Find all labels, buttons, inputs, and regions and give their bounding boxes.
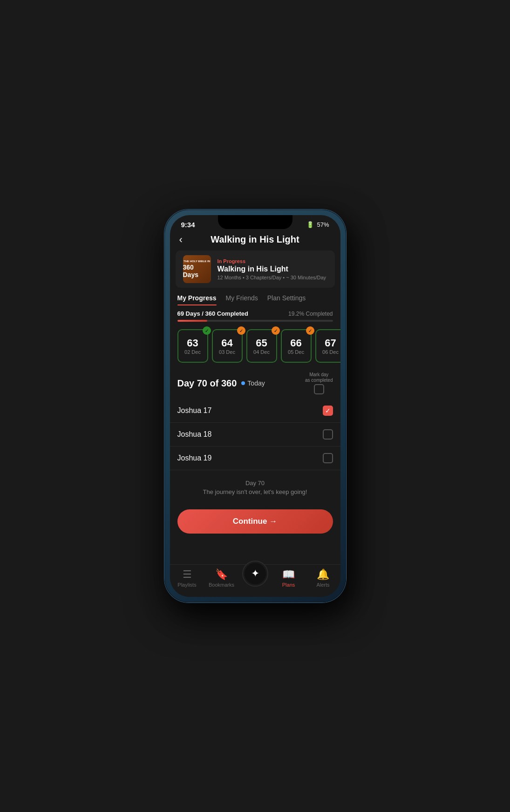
- day-card-67[interactable]: ✓ 67 06 Dec: [315, 329, 340, 363]
- day-badge-63: ✓: [203, 326, 211, 335]
- progress-info: 69 Days / 360 Completed 19.2% Completed: [177, 310, 333, 317]
- thumbnail-days: 360 Days: [183, 264, 211, 278]
- page-header: ‹ Walking in His Light: [170, 230, 340, 250]
- battery-percent: 57%: [317, 221, 329, 228]
- day-card-65[interactable]: ✓ 65 04 Dec: [246, 329, 277, 363]
- reading-item-joshua-19[interactable]: Joshua 19: [170, 447, 340, 470]
- bookmarks-icon: 🔖: [215, 568, 228, 581]
- day-date-66: 05 Dec: [288, 349, 304, 355]
- day-badge-64: ✓: [237, 326, 245, 335]
- today-text: Today: [247, 379, 265, 387]
- today-badge: Today: [241, 379, 300, 387]
- day-number-64: 64: [221, 337, 232, 349]
- reading-text-joshua-17: Joshua 17: [177, 406, 212, 415]
- status-time: 9:34: [181, 221, 195, 229]
- reading-checkbox-joshua-18[interactable]: [323, 429, 333, 440]
- day-cards-scroll[interactable]: ✓ 63 02 Dec ✓ 64 03 Dec ✓ 65 04 Dec ✓ 66: [170, 325, 340, 367]
- encouragement-section: Day 70 The journey isn't over, let's kee…: [170, 470, 340, 505]
- day-info-row: Day 70 of 360 Today Mark dayas completed: [170, 367, 340, 399]
- compass-icon: ✦: [251, 568, 259, 580]
- day-card-66[interactable]: ✓ 66 05 Dec: [281, 329, 312, 363]
- page-title: Walking in His Light: [211, 234, 299, 245]
- nav-center[interactable]: ✦: [242, 561, 268, 587]
- day-date-64: 03 Dec: [219, 349, 235, 355]
- mark-completed-checkbox[interactable]: [314, 384, 324, 394]
- bottom-navigation: ☰ Playlists 🔖 Bookmarks ✦ 📖 Plans 🔔 Aler…: [170, 564, 340, 597]
- nav-center-inner: ✦: [245, 563, 266, 584]
- day-number-67: 67: [325, 337, 336, 349]
- alerts-label: Alerts: [316, 582, 329, 588]
- alerts-icon: 🔔: [317, 568, 329, 581]
- encouragement-message: The journey isn't over, let's keep going…: [177, 488, 333, 495]
- today-dot: [241, 381, 245, 385]
- back-button[interactable]: ‹: [179, 234, 183, 246]
- day-number-65: 65: [256, 337, 267, 349]
- encouragement-day: Day 70: [177, 480, 333, 487]
- nav-bookmarks[interactable]: 🔖 Bookmarks: [208, 568, 236, 588]
- tab-plan-settings[interactable]: Plan Settings: [267, 294, 306, 305]
- reading-checkbox-joshua-19[interactable]: [323, 453, 333, 463]
- tab-bar: My Progress My Friends Plan Settings: [170, 288, 340, 305]
- day-number-66: 66: [290, 337, 301, 349]
- reading-checkbox-joshua-17[interactable]: ✓: [323, 406, 333, 416]
- progress-section: 69 Days / 360 Completed 19.2% Completed: [170, 305, 340, 325]
- progress-days: 69 Days / 360 Completed: [177, 310, 248, 317]
- nav-alerts[interactable]: 🔔 Alerts: [309, 568, 337, 588]
- nav-playlists[interactable]: ☰ Playlists: [173, 568, 201, 588]
- day-date-63: 02 Dec: [184, 349, 201, 355]
- playlists-icon: ☰: [183, 568, 192, 581]
- thumbnail-text: THE HOLY BIBLE IN: [184, 260, 210, 263]
- progress-bar-background: [177, 320, 333, 322]
- progress-percent: 19.2% Completed: [288, 311, 333, 317]
- plan-card: THE HOLY BIBLE IN 360 Days In Progress W…: [176, 250, 335, 288]
- tab-my-friends[interactable]: My Friends: [226, 294, 258, 305]
- day-date-65: 04 Dec: [253, 349, 270, 355]
- status-icons: 🔋 57%: [306, 221, 329, 228]
- reading-text-joshua-18: Joshua 18: [177, 430, 212, 439]
- plans-label: Plans: [282, 582, 295, 588]
- plans-icon: 📖: [282, 568, 295, 581]
- plan-info: In Progress Walking in His Light 12 Mont…: [218, 258, 327, 280]
- day-badge-65: ✓: [272, 326, 280, 335]
- battery-icon: 🔋: [306, 221, 314, 228]
- continue-label: Continue →: [233, 517, 277, 526]
- progress-bar-fill: [177, 320, 207, 322]
- day-badge-66: ✓: [306, 326, 314, 335]
- nav-plans[interactable]: 📖 Plans: [275, 568, 303, 588]
- mark-completed-label: Mark dayas completed: [305, 372, 333, 383]
- notch: [218, 215, 292, 229]
- day-card-63[interactable]: ✓ 63 02 Dec: [177, 329, 208, 363]
- tab-my-progress[interactable]: My Progress: [177, 294, 217, 305]
- plan-status: In Progress: [218, 258, 327, 264]
- content-scroll: THE HOLY BIBLE IN 360 Days In Progress W…: [170, 250, 340, 586]
- day-number-63: 63: [187, 337, 198, 349]
- bookmarks-label: Bookmarks: [209, 582, 234, 588]
- day-date-67: 06 Dec: [322, 349, 339, 355]
- plan-name: Walking in His Light: [218, 265, 327, 273]
- reading-item-joshua-17[interactable]: Joshua 17 ✓: [170, 399, 340, 423]
- mark-completed[interactable]: Mark dayas completed: [305, 372, 333, 394]
- playlists-label: Playlists: [177, 582, 196, 588]
- plan-meta: 12 Months • 3 Chapters/Day • ~ 30 Minute…: [218, 275, 327, 280]
- day-label: Day 70 of 360: [177, 378, 237, 389]
- plan-thumbnail: THE HOLY BIBLE IN 360 Days: [183, 255, 211, 283]
- continue-button[interactable]: Continue →: [177, 509, 333, 534]
- day-card-64[interactable]: ✓ 64 03 Dec: [212, 329, 243, 363]
- reading-item-joshua-18[interactable]: Joshua 18: [170, 423, 340, 447]
- reading-text-joshua-19: Joshua 19: [177, 454, 212, 462]
